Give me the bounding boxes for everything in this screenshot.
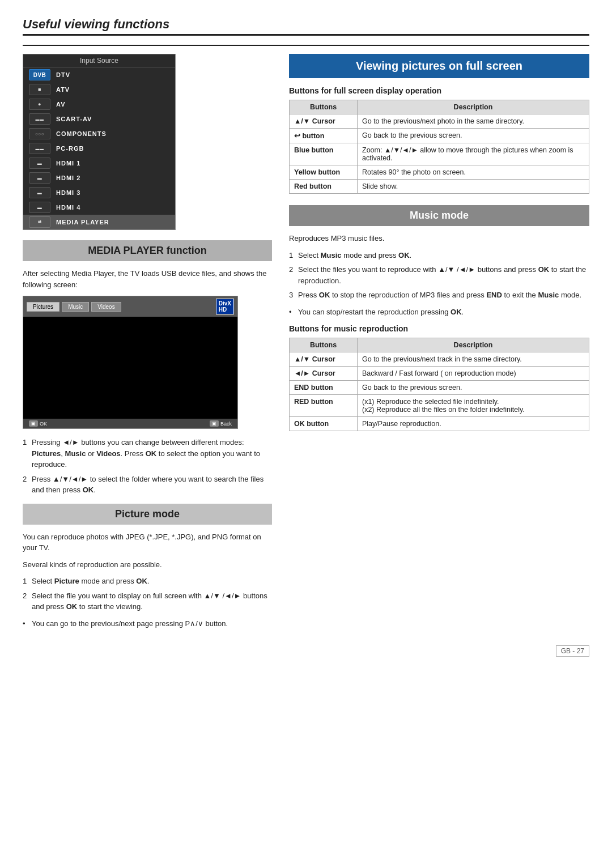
- table-row: Blue button Zoom: ▲/▼/◄/► allow to move …: [290, 143, 589, 165]
- hdmi2-icon: ▬: [29, 172, 50, 184]
- hdmi1-icon: ▬: [29, 158, 50, 169]
- dtv-icon: DVB: [29, 69, 50, 80]
- btn-blue: Blue button: [290, 143, 358, 165]
- music-bullet-1: You can stop/restart the reproduction pr…: [289, 307, 589, 318]
- player-tabs-bar: Pictures Music Videos DivXHD: [23, 296, 237, 317]
- music-desc-red: (x1) Reproduce the selected file indefin…: [358, 395, 589, 417]
- hdmi4-icon: ▬: [29, 202, 50, 213]
- divx-logo: DivXHD: [216, 299, 234, 314]
- music-table-heading: Buttons for music reproduction: [289, 324, 589, 333]
- table-row: ▲/▼ Cursor Go to the previous/next photo…: [290, 114, 589, 129]
- btn-back: ↩ button: [290, 129, 358, 143]
- atv-icon: ■: [29, 84, 50, 95]
- input-source-menu: Input Source DVB DTV ■ ATV ● AV ▬▬ SCART…: [23, 54, 176, 230]
- picture-step-1: 1 Select Picture mode and press OK.: [23, 576, 272, 587]
- music-btn-red: RED button: [290, 395, 358, 417]
- music-desc-end: Go back to the previous screen.: [358, 381, 589, 395]
- step-1: 1 Pressing ◄/► buttons you can change be…: [23, 437, 272, 470]
- input-row-dtv[interactable]: DVB DTV: [23, 67, 175, 82]
- scart-icon: ▬▬: [29, 113, 50, 125]
- ok-text: OK: [40, 421, 47, 427]
- picture-step-2: 2 Select the file you want to display on…: [23, 590, 272, 612]
- table-row: RED button (x1) Reproduce the selected f…: [290, 395, 589, 417]
- music-bullets: You can stop/restart the reproduction pr…: [289, 307, 589, 318]
- page-title: Useful viewing functions: [23, 17, 589, 32]
- mediaplayer-label: MEDIA PLAYER: [56, 219, 109, 225]
- btn-cursor-ud: ▲/▼ Cursor: [290, 114, 358, 129]
- btn-red: Red button: [290, 180, 358, 194]
- music-btn-end: END button: [290, 381, 358, 395]
- desc-red: Slide show.: [358, 180, 589, 194]
- col-description: Description: [358, 100, 589, 114]
- input-row-hdmi4[interactable]: ▬ HDMI 4: [23, 200, 175, 215]
- ok-icon: ▣: [29, 420, 38, 427]
- picture-bullet-1: You can go to the previous/next page pre…: [23, 618, 272, 629]
- table-row: END button Go back to the previous scree…: [290, 381, 589, 395]
- music-step-2: 2 Select the files you want to reproduce…: [289, 264, 589, 286]
- dtv-label: DTV: [56, 71, 70, 78]
- components-label: COMPONENTS: [56, 130, 107, 137]
- components-icon: ○○○: [29, 128, 50, 139]
- music-desc-cursor-ud: Go to the previous/next track in the sam…: [358, 352, 589, 367]
- music-mode-steps: 1 Select Music mode and press OK. 2 Sele…: [289, 250, 589, 301]
- hdmi1-label: HDMI 1: [56, 160, 80, 167]
- input-row-av[interactable]: ● AV: [23, 97, 175, 112]
- input-row-components[interactable]: ○○○ COMPONENTS: [23, 126, 175, 141]
- atv-label: ATV: [56, 86, 70, 93]
- hdmi3-icon: ▬: [29, 187, 50, 198]
- music-mode-body: Reproduces MP3 music files.: [289, 233, 589, 244]
- ok-button-label: ▣ OK: [29, 420, 47, 427]
- music-col-buttons: Buttons: [290, 338, 358, 352]
- player-screen: Pictures Music Videos DivXHD ▣ OK ▣ Back: [23, 296, 238, 429]
- fullscreen-table: Buttons Description ▲/▼ Cursor Go to the…: [289, 100, 589, 194]
- step-2: 2 Press ▲/▼/◄/► to select the folder whe…: [23, 474, 272, 496]
- media-player-heading: MEDIA PLAYER function: [23, 240, 272, 261]
- music-step-3: 3 Press OK to stop the reproduction of M…: [289, 290, 589, 301]
- fullscreen-sub-heading: Buttons for full screen display operatio…: [289, 86, 589, 95]
- media-player-steps: 1 Pressing ◄/► buttons you can change be…: [23, 437, 272, 496]
- picture-mode-steps: 1 Select Picture mode and press OK. 2 Se…: [23, 576, 272, 612]
- music-btn-ok: OK button: [290, 417, 358, 431]
- mediaplayer-icon: ⇄: [29, 216, 50, 228]
- input-row-scart[interactable]: ▬▬ SCART-AV: [23, 112, 175, 126]
- table-row: ↩ button Go back to the previous screen.: [290, 129, 589, 143]
- tab-music[interactable]: Music: [62, 302, 89, 312]
- desc-cursor-ud: Go to the previous/next photo in the sam…: [358, 114, 589, 129]
- hdmi2-label: HDMI 2: [56, 175, 80, 181]
- input-row-mediaplayer[interactable]: ⇄ MEDIA PLAYER: [23, 215, 175, 229]
- input-row-atv[interactable]: ■ ATV: [23, 82, 175, 97]
- input-row-pcrgb[interactable]: ▬▬ PC-RGB: [23, 141, 175, 156]
- music-mode-heading: Music mode: [289, 205, 589, 226]
- col-buttons: Buttons: [290, 100, 358, 114]
- av-icon: ●: [29, 99, 50, 110]
- tab-pictures[interactable]: Pictures: [27, 302, 60, 312]
- input-source-header: Input Source: [23, 54, 175, 67]
- picture-mode-body1: You can reproduce photos with JPEG (*.JP…: [23, 531, 272, 554]
- main-content: Input Source DVB DTV ■ ATV ● AV ▬▬ SCART…: [23, 54, 589, 635]
- table-row: Red button Slide show.: [290, 180, 589, 194]
- music-desc-ok: Play/Pause reproduction.: [358, 417, 589, 431]
- back-text: Back: [220, 421, 232, 427]
- pcrgb-label: PC-RGB: [56, 145, 84, 152]
- left-column: Input Source DVB DTV ■ ATV ● AV ▬▬ SCART…: [23, 54, 272, 635]
- desc-blue: Zoom: ▲/▼/◄/► allow to move through the …: [358, 143, 589, 165]
- media-player-body: After selecting Media Player, the TV loa…: [23, 268, 272, 290]
- viewing-pictures-heading: Viewing pictures on full screen: [289, 54, 589, 78]
- tab-videos[interactable]: Videos: [91, 302, 121, 312]
- picture-mode-bullets: You can go to the previous/next page pre…: [23, 618, 272, 629]
- input-row-hdmi3[interactable]: ▬ HDMI 3: [23, 185, 175, 200]
- music-col-description: Description: [358, 338, 589, 352]
- player-footer: ▣ OK ▣ Back: [23, 419, 237, 428]
- table-row: ◄/► Cursor Backward / Fast forward ( on …: [290, 367, 589, 381]
- pcrgb-icon: ▬▬: [29, 143, 50, 154]
- music-btn-cursor-ud: ▲/▼ Cursor: [290, 352, 358, 367]
- music-btn-cursor-lr: ◄/► Cursor: [290, 367, 358, 381]
- music-step-1: 1 Select Music mode and press OK.: [289, 250, 589, 261]
- input-row-hdmi1[interactable]: ▬ HDMI 1: [23, 156, 175, 171]
- hdmi4-label: HDMI 4: [56, 204, 80, 211]
- right-column: Viewing pictures on full screen Buttons …: [289, 54, 589, 635]
- btn-yellow: Yellow button: [290, 165, 358, 180]
- input-row-hdmi2[interactable]: ▬ HDMI 2: [23, 171, 175, 185]
- hdmi3-label: HDMI 3: [56, 189, 80, 196]
- page-header: Useful viewing functions: [23, 17, 589, 36]
